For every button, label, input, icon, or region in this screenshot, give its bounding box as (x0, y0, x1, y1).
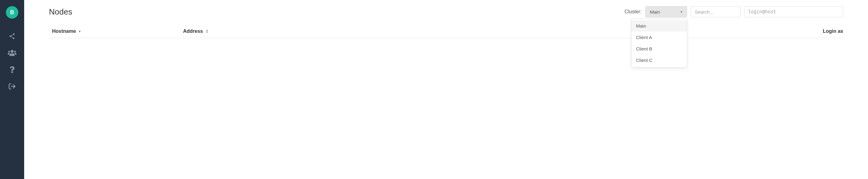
column-address[interactable]: Address ▲▼ (183, 29, 812, 34)
column-hostname-label: Hostname (52, 29, 76, 34)
column-login-as-label: Login as (823, 29, 843, 34)
dropdown-item-client-a[interactable]: Client A (632, 32, 687, 43)
dropdown-item-main[interactable]: Main (632, 20, 687, 32)
dropdown-item-client-c[interactable]: Client C (632, 55, 687, 66)
cluster-selected-value: Main (650, 9, 660, 14)
column-address-label: Address (183, 29, 203, 34)
sort-both-icon: ▲▼ (206, 29, 209, 33)
sort-desc-icon: ▼ (78, 30, 81, 33)
toolbar-controls: Cluster: Main ▼ Main Client A Client B C… (624, 6, 843, 17)
chevron-down-icon: ▼ (680, 10, 683, 13)
share-icon[interactable] (0, 28, 24, 44)
main-content: Nodes Cluster: Main ▼ Main Client A Clie… (24, 0, 868, 179)
cluster-label: Cluster: (624, 9, 642, 14)
login-input[interactable] (744, 6, 843, 17)
table-header: Hostname ▼ Address ▲▼ Login as (49, 25, 843, 38)
logout-icon[interactable] (0, 78, 24, 95)
dropdown-item-client-b[interactable]: Client B (632, 43, 687, 55)
sidebar: B (0, 0, 24, 179)
search-input[interactable] (691, 6, 740, 17)
users-icon[interactable] (0, 44, 24, 61)
column-login-as: Login as (812, 29, 843, 34)
cluster-dropdown-menu: Main Client A Client B Client C (631, 19, 687, 67)
cluster-dropdown[interactable]: Main ▼ (645, 6, 687, 17)
avatar[interactable]: B (6, 6, 18, 19)
help-icon[interactable] (0, 61, 24, 78)
column-hostname[interactable]: Hostname ▼ (52, 29, 183, 34)
page-title: Nodes (49, 7, 72, 17)
